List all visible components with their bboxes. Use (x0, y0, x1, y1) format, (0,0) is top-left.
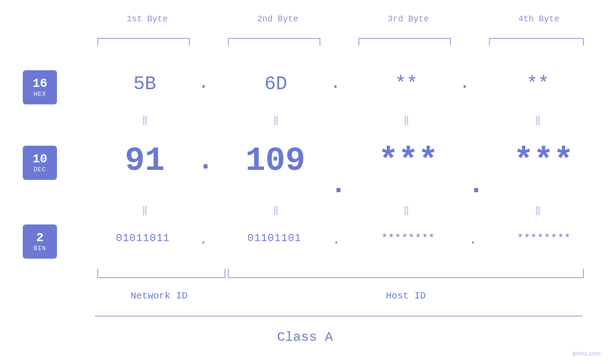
dot-hex-1: . (198, 74, 209, 93)
bin-b2: 01101101 (222, 233, 327, 244)
eq-dec-bin-2: ‖ (230, 204, 322, 216)
col3-header: 3rd Byte (361, 14, 456, 24)
dot-dec-1: . (197, 145, 214, 177)
dot-bin-2: . (332, 233, 340, 247)
dec-b4: *** (484, 142, 603, 180)
dec-b2: 109 (223, 142, 328, 180)
network-id-label: Network ID (95, 290, 223, 301)
hex-badge-num: 16 (32, 77, 47, 91)
dot-dec-2: . (330, 168, 347, 201)
eq-dec-bin-3: ‖ (360, 204, 453, 216)
col2-header: 2nd Byte (230, 14, 325, 24)
class-bar (95, 316, 582, 317)
bracket-col1-top (97, 38, 190, 46)
dot-dec-3: . (468, 168, 485, 201)
eq-hex-dec-3: ‖ (360, 114, 453, 126)
dec-badge-num: 10 (32, 152, 47, 166)
dec-b3: *** (351, 142, 465, 180)
bracket-col2-top (228, 38, 320, 46)
eq-hex-dec-2: ‖ (230, 114, 322, 126)
bracket-col3-top (358, 38, 451, 46)
bin-badge: 2 BIN (23, 224, 57, 259)
dot-hex-2: . (330, 74, 341, 93)
hex-b3: ** (360, 74, 453, 95)
bin-badge-num: 2 (36, 231, 44, 245)
dot-hex-3: . (460, 74, 470, 93)
hex-b2: 6D (230, 74, 322, 95)
bracket-col4-top (489, 38, 584, 46)
dot-bin-1: . (199, 233, 207, 247)
eq-dec-bin-4: ‖ (490, 204, 585, 216)
dec-badge-label: DEC (34, 166, 46, 173)
bin-b3: ******** (351, 233, 465, 244)
eq-dec-bin-1: ‖ (100, 204, 190, 216)
dec-b1: 91 (95, 142, 195, 180)
dec-badge: 10 DEC (23, 146, 57, 180)
hex-badge: 16 HEX (23, 70, 57, 104)
bin-b4: ******** (485, 233, 603, 244)
col4-header: 4th Byte (491, 14, 586, 24)
class-a-label: Class A (0, 330, 610, 345)
bracket-host-bottom (228, 269, 584, 278)
dot-bin-3: . (469, 233, 477, 247)
hex-b4: ** (490, 74, 585, 95)
bin-badge-label: BIN (34, 245, 46, 252)
hex-b1: 5B (100, 74, 190, 95)
hex-badge-label: HEX (34, 91, 46, 98)
col1-header: 1st Byte (100, 14, 195, 24)
main-container: 1st Byte 2nd Byte 3rd Byte 4th Byte 16 H… (0, 0, 610, 364)
host-id-label: Host ID (228, 290, 584, 301)
bracket-network-bottom (97, 269, 225, 278)
eq-hex-dec-1: ‖ (100, 114, 190, 126)
bin-b1: 01011011 (93, 233, 193, 244)
eq-hex-dec-4: ‖ (490, 114, 585, 126)
watermark: ipshu.com (572, 350, 601, 357)
